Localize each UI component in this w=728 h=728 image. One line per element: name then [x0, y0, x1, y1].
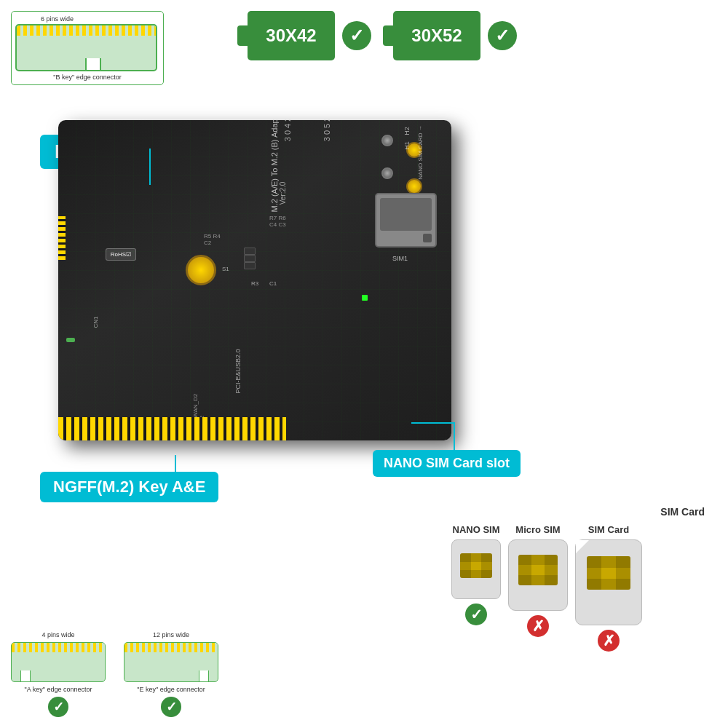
pcb-version-label: Ver:2.0 [278, 182, 286, 205]
smd-1 [244, 248, 256, 255]
akey-check: ✓ [48, 697, 68, 717]
c1-label: C1 [269, 280, 277, 287]
annotation-line-ngff-h [87, 472, 175, 473]
akey-pins-label: 4 pins wide [41, 631, 74, 638]
ekey-edge-label: "E key" edge connector [137, 686, 205, 693]
pcb-product-label: M.2 (A/E) To M.2 (B) Adapter [270, 120, 279, 213]
annotation-line-m2keyb [149, 149, 151, 185]
size-30x42-check: ✓ [342, 21, 371, 50]
size-30x52-label: 30X52 [411, 25, 462, 46]
sim-nano-chip [460, 553, 492, 578]
sim-full-card [575, 539, 642, 625]
smd-2 [244, 255, 256, 262]
ekey-card [124, 642, 218, 682]
sim1-label: SIM1 [392, 255, 408, 262]
sim-micro-item: Micro SIM ✗ [508, 524, 568, 637]
bkey-pins-label: 6 pins wide [15, 15, 159, 23]
pcb-board: SIM1 S1 R3 C1 R5 R4C2 R7 R6C4 C3 M.2 (A/… [58, 120, 451, 440]
mount-hole-2 [406, 178, 422, 194]
sim-micro-chip [518, 555, 558, 585]
size-30x52-check: ✓ [488, 21, 517, 50]
pcie-label: PCI-E&USB2.0 [234, 349, 242, 393]
yellow-circle-main [186, 255, 216, 285]
size-card-30x42: 30X42 ✓ [248, 11, 371, 60]
sim-nano-item: NANO SIM ✓ [451, 524, 501, 625]
nano-sim-slot-label: NANO SIM Card slot [373, 450, 521, 477]
nano-sim-board-label: NANO SIM CARD → [417, 125, 424, 180]
akey-card [11, 642, 106, 682]
side-pads [58, 216, 66, 260]
component-labels: R5 R4C2 [204, 233, 221, 246]
ekey-diagram: 12 pins wide "E key" edge connector ✓ [124, 631, 218, 717]
size-cards-section: 30X42 ✓ 30X52 ✓ [248, 11, 517, 60]
sim-nano-check: ✓ [465, 604, 487, 625]
annotation-line-ngff [175, 455, 176, 473]
size-3052-label: 3052 [323, 120, 331, 141]
sim-full-chip [587, 556, 630, 590]
led-green [362, 295, 368, 301]
sim-nano-card [451, 539, 501, 599]
smd-3 [244, 262, 256, 269]
sim-micro-card [508, 539, 568, 611]
r3-label: R3 [251, 280, 258, 287]
bkey-edge-label: "B key" edge connector [15, 74, 159, 81]
edge-connector-ae [58, 417, 286, 440]
size-3042-label: 3042 [283, 120, 292, 141]
akey-edge-label: "A key" edge connector [25, 686, 92, 693]
sim-nano-label: NANO SIM [453, 524, 500, 535]
screw-2 [381, 167, 393, 179]
rohs-badge: RoHS☑ [106, 248, 136, 261]
sim-slot-line-v [454, 422, 455, 451]
pcb-section: SIM1 S1 R3 C1 R5 R4C2 R7 R6C4 C3 M.2 (A/… [36, 106, 466, 462]
sim-full-check: ✗ [598, 630, 620, 652]
bottom-connectors: 4 pins wide "A key" edge connector ✓ 12 … [11, 631, 218, 717]
sim-full-label: SIM Card [588, 524, 629, 535]
sim-comparison: NANO SIM ✓ Micro SIM ✗ SIM Card [451, 524, 721, 652]
screw-1 [381, 135, 393, 146]
ekey-check: ✓ [161, 697, 181, 717]
bkey-diagram-section: 6 pins wide "B key" edge connector [11, 11, 164, 85]
sim-full-item: SIM Card ✗ [575, 524, 642, 652]
sim-slot [375, 193, 437, 248]
sim-card-top-label: SIM Card [660, 506, 705, 518]
component-labels-2: R7 R6C4 C3 [269, 215, 286, 228]
ekey-pins-label: 12 pins wide [153, 631, 189, 638]
sim-micro-check: ✗ [527, 615, 549, 637]
page: 6 pins wide "B key" edge connector 30X42… [0, 0, 728, 728]
h2-label: H2 [403, 127, 411, 135]
h1-label: H1 [403, 141, 411, 150]
size-30x42-label: 30X42 [266, 25, 316, 46]
s1-label: S1 [222, 266, 229, 272]
size-card-30x52: 30X52 ✓ [393, 11, 517, 60]
ngff-label: NGFF(M.2) Key A&E [40, 472, 218, 502]
cn1-label: CN1 [92, 316, 99, 328]
sim-micro-label: Micro SIM [515, 524, 560, 535]
led-indicator [66, 338, 75, 342]
akey-diagram: 4 pins wide "A key" edge connector ✓ [11, 631, 106, 717]
sim-slot-line-h [411, 422, 455, 424]
